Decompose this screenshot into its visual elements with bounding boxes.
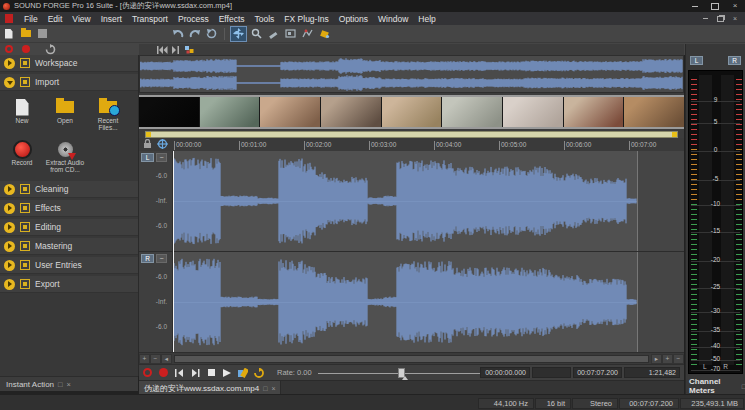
- menu-process[interactable]: Process: [173, 14, 214, 24]
- time-ruler[interactable]: 00:00:0000:01:0000:02:0000:03:0000:04:00…: [139, 138, 684, 152]
- loop-start-marker[interactable]: [146, 132, 151, 137]
- pan-tool-button[interactable]: [230, 26, 247, 42]
- menu-view[interactable]: View: [67, 14, 95, 24]
- import-open-button[interactable]: Open: [45, 96, 85, 135]
- import-recent-files-button[interactable]: Recent Files...: [88, 96, 128, 135]
- sidebar-section-user-entries[interactable]: User Entries: [0, 257, 138, 274]
- length-status[interactable]: 00:07:07.200: [619, 398, 679, 409]
- restore-tab-icon[interactable]: □: [263, 385, 267, 392]
- menu-insert[interactable]: Insert: [96, 14, 127, 24]
- record-button[interactable]: [18, 42, 33, 56]
- channel-meters-title[interactable]: Channel Meters □: [686, 378, 745, 394]
- record-button[interactable]: [156, 366, 170, 379]
- open-file-button[interactable]: [18, 27, 33, 41]
- undo-button[interactable]: [170, 27, 185, 41]
- loop-region-bar[interactable]: [145, 131, 678, 138]
- doc-minimize-button[interactable]: [699, 14, 711, 23]
- redo-button[interactable]: [187, 27, 202, 41]
- level-meter[interactable]: L R 950-5-10-15-20-25-30-35-40-50-70: [688, 70, 743, 374]
- scrollbar-thumb[interactable]: [175, 356, 648, 362]
- lock-icon[interactable]: [142, 139, 153, 149]
- scroll-left-button[interactable]: ◂: [161, 354, 172, 364]
- play-button[interactable]: [220, 366, 234, 379]
- document-tab[interactable]: 伪递的安详www.ssdax.com.mp4 □ ×: [139, 381, 281, 395]
- record-remote-button[interactable]: [1, 42, 16, 56]
- zoom-out-button[interactable]: −: [673, 354, 684, 364]
- channels-status[interactable]: Stereo: [572, 398, 618, 409]
- document-icon[interactable]: [5, 14, 13, 23]
- maximize-button[interactable]: [705, 0, 725, 12]
- menu-tools[interactable]: Tools: [250, 14, 280, 24]
- channel-right-button[interactable]: R: [141, 254, 154, 263]
- sidebar-section-cleaning[interactable]: Cleaning: [0, 181, 138, 198]
- channel-right-minimize-button[interactable]: −: [156, 254, 167, 263]
- import-extract-cd-button[interactable]: Extract Audio from CD...: [45, 138, 85, 177]
- save-button[interactable]: [35, 27, 50, 41]
- playback-cursor[interactable]: [173, 151, 174, 352]
- instant-action-tab[interactable]: Instant Action □ ×: [0, 376, 138, 391]
- import-new-button[interactable]: New: [2, 96, 42, 135]
- sync-cursor-icon[interactable]: [157, 139, 168, 149]
- cursor-position-display[interactable]: 00:00:00.000: [480, 367, 530, 378]
- float-window-icon[interactable]: □: [58, 380, 63, 389]
- repeat-button[interactable]: [204, 27, 219, 41]
- menu-edit[interactable]: Edit: [43, 14, 68, 24]
- sample-rate-status[interactable]: 44,100 Hz: [478, 398, 534, 409]
- record-remote-button[interactable]: [140, 366, 154, 379]
- menu-transport[interactable]: Transport: [127, 14, 173, 24]
- sample-count-display[interactable]: 1:21,482: [624, 367, 680, 378]
- go-to-start-button[interactable]: [172, 366, 186, 379]
- go-to-end-button[interactable]: [188, 366, 202, 379]
- sidebar-section-workspace[interactable]: Workspace: [0, 55, 138, 72]
- zoom-in-time-button[interactable]: +: [139, 354, 150, 364]
- loop-playback-button[interactable]: [43, 42, 58, 56]
- loop-end-marker[interactable]: [672, 132, 677, 137]
- zoom-out-time-button[interactable]: −: [150, 354, 161, 364]
- go-to-end-icon[interactable]: [172, 46, 181, 54]
- horizontal-scrollbar[interactable]: [174, 355, 649, 363]
- channel-left-button[interactable]: L: [141, 153, 154, 162]
- edit-tool-button[interactable]: [266, 27, 281, 41]
- meter-right-button[interactable]: R: [728, 56, 741, 65]
- bit-depth-status[interactable]: 16 bit: [535, 398, 571, 409]
- rate-slider[interactable]: [318, 367, 486, 379]
- free-space-status[interactable]: 235,493.1 MB: [680, 398, 744, 409]
- envelope-tool-button[interactable]: [300, 27, 315, 41]
- doc-restore-button[interactable]: [714, 14, 726, 23]
- menu-effects[interactable]: Effects: [214, 14, 250, 24]
- stop-button[interactable]: [204, 366, 218, 379]
- channel-left-minimize-button[interactable]: −: [156, 153, 167, 162]
- sidebar-section-export[interactable]: Export: [0, 276, 138, 293]
- go-to-start-icon[interactable]: [157, 46, 168, 54]
- channel-left[interactable]: L − -6.0 -Inf. -6.0: [139, 151, 684, 251]
- new-file-button[interactable]: [1, 27, 16, 41]
- channel-right[interactable]: R − -6.0 -Inf. -6.0: [139, 252, 684, 352]
- sidebar-section-editing[interactable]: Editing: [0, 219, 138, 236]
- selection-display[interactable]: [532, 367, 571, 378]
- scroll-right-button[interactable]: ▸: [651, 354, 662, 364]
- loop-playback-button[interactable]: [252, 366, 266, 379]
- sidebar-section-mastering[interactable]: Mastering: [0, 238, 138, 255]
- magnify-tool-button[interactable]: [249, 27, 264, 41]
- close-button[interactable]: ×: [725, 0, 745, 12]
- video-thumbnail-strip[interactable]: [139, 95, 684, 129]
- menu-help[interactable]: Help: [413, 14, 440, 24]
- sidebar-section-import[interactable]: Import: [0, 74, 138, 91]
- menu-options[interactable]: Options: [334, 14, 373, 24]
- marker-tool-icon[interactable]: [185, 46, 194, 54]
- close-tab-icon[interactable]: ×: [271, 385, 275, 392]
- import-record-button[interactable]: Record: [2, 138, 42, 177]
- close-panel-icon[interactable]: ×: [67, 380, 71, 389]
- menu-file[interactable]: File: [19, 14, 43, 24]
- sidebar-section-effects[interactable]: Effects: [0, 200, 138, 217]
- zoom-in-button[interactable]: +: [662, 354, 673, 364]
- event-tool-button[interactable]: [283, 27, 298, 41]
- menu-fx-plug-ins[interactable]: FX Plug-Ins: [279, 14, 333, 24]
- paint-tool-button[interactable]: [317, 27, 332, 41]
- waveform-overview[interactable]: [139, 55, 684, 93]
- marker-pen-button[interactable]: [236, 366, 250, 379]
- waveform-display[interactable]: L − -6.0 -Inf. -6.0 R − -6.0 -Inf. -6.0: [139, 151, 684, 352]
- doc-close-button[interactable]: ×: [729, 14, 741, 23]
- length-display[interactable]: 00:07:07.200: [573, 367, 622, 378]
- menu-window[interactable]: Window: [373, 14, 413, 24]
